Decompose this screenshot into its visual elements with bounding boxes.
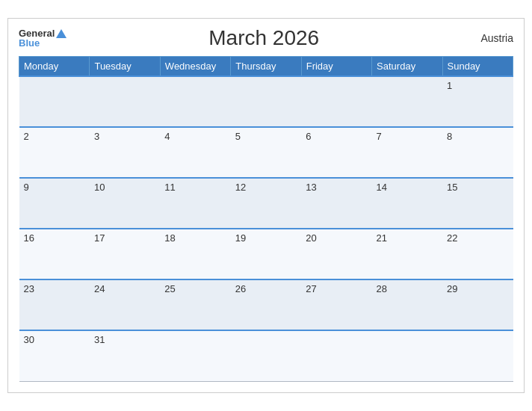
day-cell: [160, 330, 230, 381]
header-row: MondayTuesdayWednesdayThursdayFridaySatu…: [19, 57, 513, 77]
day-cell: 28: [372, 279, 442, 330]
day-cell: [301, 76, 371, 127]
calendar-header: General Blue March 2026 Austria: [19, 26, 513, 50]
day-cell: [231, 330, 301, 381]
week-row-4: 23242526272829: [19, 279, 513, 330]
week-row-5: 3031: [19, 330, 513, 381]
day-cell: 30: [19, 330, 90, 381]
day-cell: 16: [19, 229, 90, 279]
week-row-0: 1: [19, 76, 513, 127]
day-cell: 31: [90, 330, 160, 381]
day-cell: [372, 330, 442, 381]
day-cell: 26: [231, 279, 301, 330]
day-cell: [231, 76, 301, 127]
day-cell: [301, 330, 371, 381]
week-row-3: 16171819202122: [19, 229, 513, 279]
day-cell: 9: [19, 178, 90, 229]
col-header-thursday: Thursday: [231, 57, 301, 77]
day-cell: 1: [442, 76, 513, 127]
day-cell: 27: [301, 279, 371, 330]
day-cell: 20: [301, 229, 371, 279]
day-cell: 8: [442, 127, 513, 178]
day-cell: 6: [301, 127, 371, 178]
day-cell: 3: [90, 127, 160, 178]
day-cell: 2: [19, 127, 90, 178]
day-cell: [160, 76, 230, 127]
day-cell: 19: [231, 229, 301, 279]
calendar-grid: MondayTuesdayWednesdayThursdayFridaySatu…: [19, 56, 513, 382]
day-cell: 5: [231, 127, 301, 178]
col-header-monday: Monday: [19, 57, 90, 77]
col-header-saturday: Saturday: [372, 57, 442, 77]
logo: General Blue: [19, 28, 66, 48]
day-cell: 17: [90, 229, 160, 279]
day-cell: 12: [231, 178, 301, 229]
day-cell: 14: [372, 178, 442, 229]
day-cell: 10: [90, 178, 160, 229]
day-cell: 18: [160, 229, 230, 279]
day-cell: [90, 76, 160, 127]
col-header-wednesday: Wednesday: [160, 57, 230, 77]
day-cell: 21: [372, 229, 442, 279]
day-cell: 11: [160, 178, 230, 229]
day-cell: 29: [442, 279, 513, 330]
calendar-title: March 2026: [66, 26, 461, 50]
day-cell: 23: [19, 279, 90, 330]
calendar-country: Austria: [461, 32, 513, 44]
day-cell: 7: [372, 127, 442, 178]
week-row-1: 2345678: [19, 127, 513, 178]
day-cell: [19, 76, 90, 127]
calendar-container: General Blue March 2026 Austria MondayTu…: [7, 18, 525, 393]
day-cell: 15: [442, 178, 513, 229]
week-row-2: 9101112131415: [19, 178, 513, 229]
logo-triangle-icon: [56, 29, 66, 38]
col-header-tuesday: Tuesday: [90, 57, 160, 77]
day-cell: 25: [160, 279, 230, 330]
day-cell: 13: [301, 178, 371, 229]
day-cell: 22: [442, 229, 513, 279]
day-cell: 24: [90, 279, 160, 330]
day-cell: 4: [160, 127, 230, 178]
day-cell: [372, 76, 442, 127]
col-header-friday: Friday: [301, 57, 371, 77]
logo-blue-text: Blue: [19, 38, 66, 48]
col-header-sunday: Sunday: [442, 57, 513, 77]
day-cell: [442, 330, 513, 381]
